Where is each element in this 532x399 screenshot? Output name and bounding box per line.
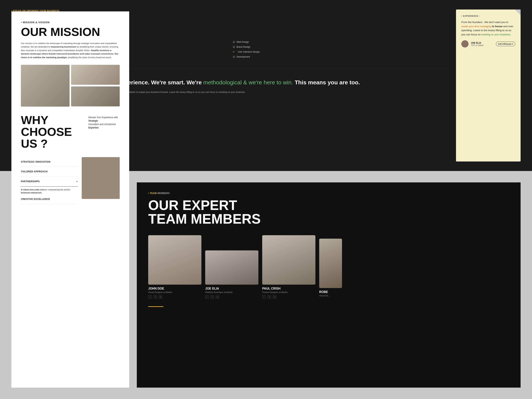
member-photo-paul (262, 235, 315, 285)
linkedin-icon[interactable]: in (159, 295, 162, 299)
partnerships-image (82, 157, 120, 199)
member-role-paul: Product Designer at Markto (262, 291, 315, 293)
member-name-john: JOHN DOE (148, 287, 201, 290)
team-member-paul: PAUL CRISH Product Designer at Markto f … (262, 235, 315, 299)
office-image-3 (71, 86, 120, 106)
feature-tailored[interactable]: TAILORED APPROACH (21, 167, 78, 177)
team-divider (148, 306, 163, 307)
experience-person: JOE ELIA CEO at Zallabs Let's Discuss × (461, 40, 515, 48)
lets-discuss-button[interactable]: Let's Discuss × (496, 42, 515, 46)
member-socials-joe: f 𝕏 in (205, 295, 258, 299)
dot-icon (233, 46, 235, 48)
twitter-icon[interactable]: 𝕏 (267, 295, 271, 299)
dot-icon (233, 41, 235, 43)
member-role-robe: Visual De... (319, 294, 342, 297)
member-photo-john (148, 235, 201, 285)
team-section: TEAM MEMBERS OUR EXPERTTEAM MEMBERS JOHN… (137, 182, 521, 388)
empower-right: We've got the experience. We're smart. W… (80, 78, 448, 94)
twitter-icon[interactable]: 𝕏 (210, 295, 214, 299)
office-image-1 (21, 65, 70, 107)
feature-creative[interactable]: CREATIVE EXCELLENCE (21, 194, 78, 204)
empower-heading: We've got the experience. We're smart. W… (80, 78, 448, 86)
member-name-paul: PAUL CRISH (262, 287, 315, 290)
features-list: STRATEGIC INNOVATION TAILORED APPROACH P… (21, 157, 78, 204)
expertise-item: ✏ User Interface Design (233, 49, 448, 54)
why-header: WHYCHOOSE US ? Elevate Your Experience w… (21, 114, 120, 150)
facebook-icon[interactable]: f (205, 295, 209, 299)
facebook-icon[interactable]: f (262, 295, 266, 299)
dot-icon (233, 56, 235, 58)
expertise-col2: Web Design Brand Design ✏ User Interface… (233, 39, 448, 59)
person-info: JOE ELIA CEO at Zallabs (471, 42, 484, 46)
member-photo-joe (205, 250, 258, 285)
team-member-john: JOHN DOE Visual Designer at Markto f 𝕏 i… (148, 235, 201, 299)
member-name-joe: JOE ELIA (205, 287, 258, 290)
corner-fold-icon (515, 10, 521, 15)
member-socials-john: f 𝕏 in (148, 295, 201, 299)
team-member-joe: JOE ELIA Webflow Developer at Markto f 𝕏… (205, 250, 258, 299)
feature-partnerships[interactable]: PARTNERSHIPS × (21, 177, 78, 187)
member-photo-robe (319, 239, 342, 288)
team-member-partial: ROBE Visual De... (319, 239, 342, 299)
member-socials-paul: f 𝕏 in (262, 295, 315, 299)
facebook-icon[interactable]: f (148, 295, 152, 299)
member-name-robe: ROBE (319, 290, 342, 294)
person-name: JOE ELIA (471, 42, 484, 44)
twitter-icon[interactable]: 𝕏 (153, 295, 157, 299)
left-panel: MISSION & VISSION OUR MISSION Our missio… (11, 11, 129, 388)
mission-label: MISSION & VISSION (21, 21, 120, 24)
close-icon[interactable]: × (76, 180, 78, 183)
person-role: CEO at Zallabs (471, 44, 484, 46)
why-section: WHYCHOOSE US ? Elevate Your Experience w… (21, 114, 120, 204)
linkedin-icon[interactable]: in (216, 295, 219, 299)
avatar (461, 40, 469, 48)
why-title: WHYCHOOSE US ? (21, 114, 85, 150)
expertise-item: Web Design (233, 39, 448, 44)
expertise-item: Brand Design (233, 44, 448, 49)
office-image-2 (71, 65, 120, 85)
experience-label: EXPERIENCE : (461, 15, 515, 17)
mission-text: Our mission is to redefine the landscape… (21, 42, 120, 59)
mission-section: MISSION & VISSION OUR MISSION Our missio… (21, 21, 120, 107)
why-subtitle: Elevate Your Experience with StrategicIn… (88, 114, 120, 129)
features-row: STRATEGIC INNOVATION TAILORED APPROACH P… (21, 157, 120, 204)
team-label: TEAM MEMBERS (148, 192, 509, 195)
feature-strategic[interactable]: STRATEGIC INNOVATION (21, 157, 78, 167)
team-members-row: JOHN DOE Visual Designer at Markto f 𝕏 i… (148, 235, 509, 299)
experience-card: EXPERIENCE : From the founders: We don't… (456, 10, 521, 162)
member-role-john: Visual Designer at Markto (148, 291, 201, 293)
empower-desc: We strive to innovate. We've got the per… (80, 90, 448, 94)
linkedin-icon[interactable]: in (273, 295, 276, 299)
mission-title: OUR MISSION (21, 26, 120, 38)
expertise-item: Development (233, 54, 448, 59)
pencil-icon: ✏ (233, 51, 235, 53)
member-role-joe: Webflow Developer at Markto (205, 291, 258, 293)
feature-partnerships-desc: A robust low-code platform, empowering t… (21, 188, 78, 194)
experience-text: From the founders: We don't want you to … (461, 20, 515, 37)
mission-images (21, 65, 120, 107)
team-title: OUR EXPERTTEAM MEMBERS (148, 198, 509, 226)
